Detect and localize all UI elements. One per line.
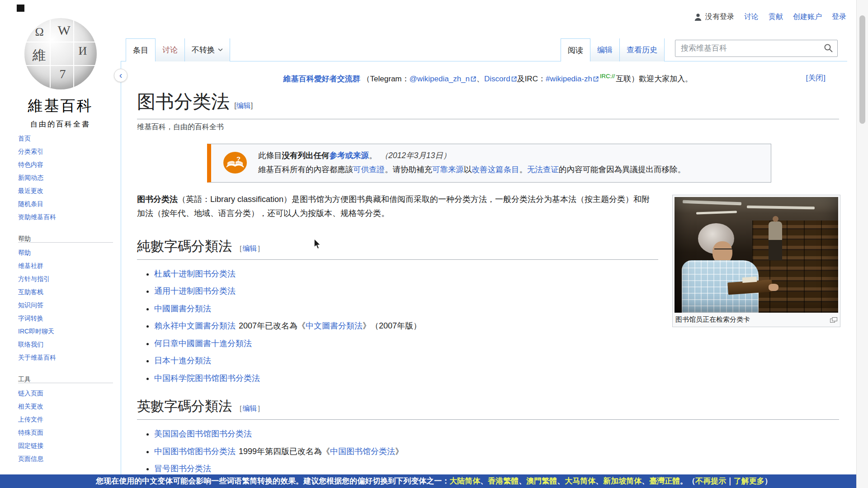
sidebar-item-irc-chat[interactable]: IRC即时聊天 — [18, 328, 54, 335]
variant-link-mo[interactable]: 澳門繁體 — [526, 477, 557, 485]
external-link-icon — [593, 76, 599, 82]
link-cas-library[interactable]: 中国科学院图书馆图书分类法 — [154, 374, 260, 383]
contributions-link[interactable]: 贡献 — [769, 12, 783, 22]
external-link-icon — [511, 76, 517, 82]
link-chinese-library-classification-old[interactable]: 中国图书馆图书分类法 — [154, 447, 236, 456]
variant-link-sg[interactable]: 新加坡简体 — [603, 477, 642, 485]
edit-section-link[interactable]: 编辑 — [243, 244, 257, 252]
sidebar-item-about[interactable]: 关于维基百科 — [18, 354, 56, 361]
list-item: 美国国会图书馆图书分类法 — [154, 425, 839, 443]
tab-read[interactable]: 阅读 — [561, 38, 590, 61]
question-book-icon: ? — [223, 151, 247, 174]
notice-date: （2012年3月13日） — [381, 151, 451, 160]
tab-talk[interactable]: 讨论 — [156, 38, 185, 61]
variant-link-my[interactable]: 大马简体 — [565, 477, 595, 485]
logo-wordmark: 維基百科 — [0, 96, 121, 116]
sidebar-item-featured[interactable]: 特色内容 — [18, 161, 43, 168]
sidebar-item-category-index[interactable]: 分类索引 — [18, 148, 43, 155]
sidebar-item-news[interactable]: 新闻动态 — [18, 174, 43, 181]
sidebar-item-recent-changes[interactable]: 最近更改 — [18, 187, 43, 194]
sidebar-item-random[interactable]: 随机条目 — [18, 200, 43, 207]
variant-dismiss-link[interactable]: 不再提示 — [695, 477, 726, 485]
create-account-link[interactable]: 创建账户 — [793, 12, 822, 22]
list-item: 日本十進分類法 — [154, 352, 839, 370]
link-lai-yongxiang[interactable]: 賴永祥中文圖書分類法 — [154, 321, 236, 330]
link-he-rizhang[interactable]: 何日章中國圖書十進分類法 — [154, 339, 252, 348]
link-loc-classification[interactable]: 美国国会图书馆图书分类法 — [154, 429, 252, 438]
verifiability-link[interactable]: 可供查證 — [353, 165, 385, 174]
sidebar-item-help[interactable]: 帮助 — [18, 249, 31, 256]
list-item: 中国科学院图书馆图书分类法 — [154, 370, 839, 387]
sidebar-item-policies[interactable]: 方针与指引 — [18, 275, 50, 282]
qq-group-link[interactable]: 維基百科愛好者交流群 — [283, 75, 360, 83]
sidebar-item-upload[interactable]: 上传文件 — [18, 416, 43, 423]
telegram-link[interactable]: @wikipedia_zh_n — [410, 75, 470, 83]
link-nippon-decimal[interactable]: 日本十進分類法 — [154, 356, 211, 365]
improve-article-link[interactable]: 改善这篇条目 — [472, 165, 519, 174]
image-caption: 图书馆员正在检索分类卡 — [675, 315, 750, 324]
sidebar-item-reference-desk[interactable]: 知识问答 — [18, 301, 43, 309]
edit-title-link[interactable]: 编辑 — [236, 102, 251, 109]
enlarge-icon[interactable] — [830, 317, 837, 323]
logo-tagline: 自由的百科全書 — [0, 120, 121, 129]
alphanumeric-classification-list: 美国国会图书馆图书分类法 中国图书馆图书分类法1999年第四版已改名為《中国图书… — [154, 425, 839, 478]
sidebar-item-page-info[interactable]: 页面信息 — [18, 455, 43, 462]
unverifiable-link[interactable]: 无法查证 — [527, 165, 559, 174]
irc-protocol-label: IRC:// — [600, 73, 615, 80]
variant-link-tw[interactable]: 臺灣正體 — [649, 477, 680, 485]
sidebar-item-whatlinkshere[interactable]: 链入页面 — [18, 389, 43, 397]
scrollbar-thumb[interactable] — [859, 15, 865, 124]
edit-section-link[interactable]: 编辑 — [243, 404, 257, 412]
variant-link-cn[interactable]: 大陆简体 — [449, 477, 480, 485]
variant-dropdown[interactable]: 不转换 — [185, 38, 230, 61]
reliable-sources-link[interactable]: 可靠来源 — [432, 165, 464, 174]
sidebar-item-related-changes[interactable]: 相关更改 — [18, 403, 43, 410]
list-item: 何日章中國圖書十進分類法 — [154, 335, 839, 352]
section-heading-alphanumeric: 英數字碼分類法 ［编辑］ — [137, 398, 839, 420]
sidebar-item-variant-conversion[interactable]: 字词转换 — [18, 314, 43, 322]
link-chinese-classification[interactable]: 中國圖書分類法 — [154, 304, 211, 313]
section-heading-numeric: 純數字碼分類法 ［编辑］ — [137, 238, 658, 260]
tab-edit[interactable]: 编辑 — [590, 38, 620, 61]
sidebar-collapse-button[interactable]: ‹ — [114, 69, 127, 82]
user-icon — [694, 13, 702, 21]
sitenotice-close-link[interactable]: [关闭] — [806, 73, 826, 83]
discord-link[interactable]: Discord — [484, 75, 510, 83]
sidebar-nav-group: 首页 分类索引 特色内容 新闻动态 最近更改 随机条目 资助维基百科 — [18, 132, 113, 224]
link-dewey[interactable]: 杜威十进制图书分类法 — [154, 269, 236, 278]
sidebar-item-village-pump[interactable]: 互助客栈 — [18, 288, 43, 296]
svg-text:?: ? — [236, 155, 241, 163]
scrollbar-track[interactable] — [856, 0, 868, 488]
login-status-label: 没有登录 — [705, 12, 734, 22]
login-status: 没有登录 — [694, 12, 734, 22]
sitenotice: 維基百科愛好者交流群 （Telegram：@wikipedia_zh_n、Dis… — [137, 61, 839, 84]
login-link[interactable]: 登录 — [832, 12, 846, 22]
sidebar-item-mainpage[interactable]: 首页 — [18, 135, 31, 142]
article-image[interactable] — [675, 197, 838, 313]
view-tabs: 阅读 编辑 查看历史 — [561, 38, 665, 61]
link-new-chinese-classification[interactable]: 中文圖書分類法 — [306, 321, 363, 330]
link-udc[interactable]: 通用十进制图书分类法 — [154, 286, 236, 296]
chevron-down-icon — [218, 48, 223, 52]
search-input[interactable] — [675, 40, 838, 57]
variant-link-hk[interactable]: 香港繁體 — [488, 477, 519, 485]
variant-learn-more-link[interactable]: 了解更多 — [734, 477, 764, 485]
tab-history[interactable]: 查看历史 — [620, 38, 665, 61]
personal-nav: 没有登录 讨论 贡献 创建账户 登录 — [694, 12, 846, 22]
sidebar-item-community[interactable]: 维基社群 — [18, 262, 43, 269]
link-chinese-library-classification[interactable]: 中国图书馆分类法 — [330, 447, 395, 456]
references-link[interactable]: 参考或来源 — [330, 151, 369, 160]
article-subject: 图书分类法 — [137, 195, 178, 204]
tab-article[interactable]: 条目 — [126, 38, 156, 61]
search-icon[interactable] — [824, 43, 833, 53]
irc-channel-link[interactable]: #wikipedia-zh — [546, 75, 592, 83]
user-talk-link[interactable]: 讨论 — [744, 12, 759, 22]
sidebar-item-permalink[interactable]: 固定链接 — [18, 442, 43, 449]
link-colon-classification[interactable]: 冒号图书分类法 — [154, 464, 211, 473]
sidebar-item-donate[interactable]: 资助维基百科 — [18, 213, 56, 221]
sidebar-item-contact[interactable]: 联络我们 — [18, 341, 43, 348]
wikipedia-logo[interactable]: ΩWИ維7 維基百科 自由的百科全書 — [0, 18, 121, 129]
intro-paragraph: 图书分类法（英語：Library classification）是图书馆为方便图… — [137, 192, 658, 221]
sidebar-tools-group: 链入页面 相关更改 上传文件 特殊页面 固定链接 页面信息 — [18, 387, 113, 465]
sidebar-item-special-pages[interactable]: 特殊页面 — [18, 429, 43, 436]
